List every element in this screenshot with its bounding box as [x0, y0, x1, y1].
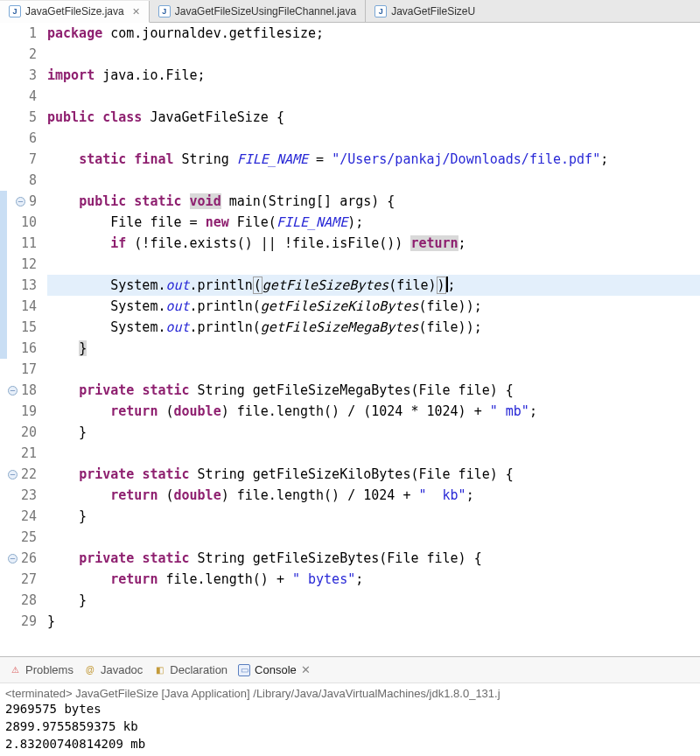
tab-label: Problems — [25, 663, 74, 676]
tab-label: Declaration — [170, 663, 228, 676]
tab-console[interactable]: ▭ Console ✕ — [238, 663, 311, 676]
tab-file-1[interactable]: J JavaGetFileSize.java ✕ — [0, 1, 150, 23]
console-output[interactable]: <terminated> JavaGetFileSize [Java Appli… — [0, 683, 700, 756]
close-icon[interactable]: ✕ — [301, 663, 311, 676]
warning-icon: ⚠ — [9, 664, 21, 676]
console-line: 2899.9755859375 kb — [5, 718, 695, 735]
line-gutter: 12345678–91011121314151617–18192021–2223… — [0, 23, 42, 656]
console-line: 2.83200740814209 mb — [5, 735, 695, 752]
tab-file-2[interactable]: J JavaGetFileSizeUsingFileChannel.java — [150, 0, 366, 22]
java-file-icon: J — [374, 5, 387, 18]
close-icon[interactable]: ✕ — [132, 6, 140, 18]
fold-toggle-icon[interactable]: – — [8, 386, 18, 396]
fold-toggle-icon[interactable]: – — [16, 197, 25, 206]
tab-label: JavaGetFileSize.java — [25, 5, 124, 18]
editor-tabbar: J JavaGetFileSize.java ✕ J JavaGetFileSi… — [0, 0, 700, 23]
tab-label: JavaGetFileSizeUsingFileChannel.java — [175, 5, 356, 18]
java-file-icon: J — [9, 5, 21, 18]
tab-declaration[interactable]: ◧ Declaration — [153, 663, 228, 676]
console-header: <terminated> JavaGetFileSize [Java Appli… — [5, 687, 695, 700]
console-icon: ▭ — [238, 664, 250, 676]
bottom-panel: ⚠ Problems @ Javadoc ◧ Declaration ▭ Con… — [0, 656, 700, 756]
java-file-icon: J — [158, 5, 171, 18]
fold-toggle-icon[interactable]: – — [8, 554, 18, 564]
declaration-icon: ◧ — [153, 664, 165, 676]
fold-toggle-icon[interactable]: – — [8, 470, 18, 480]
tab-label: JavaGetFileSizeU — [391, 5, 475, 18]
code-editor[interactable]: 12345678–91011121314151617–18192021–2223… — [0, 23, 700, 656]
view-tabbar: ⚠ Problems @ Javadoc ◧ Declaration ▭ Con… — [0, 657, 700, 683]
tab-javadoc[interactable]: @ Javadoc — [84, 663, 143, 676]
tab-problems[interactable]: ⚠ Problems — [9, 663, 74, 676]
code-area[interactable]: package com.journaldev.getfilesize;impor… — [42, 23, 700, 656]
console-line: 2969575 bytes — [5, 700, 695, 718]
tab-file-3[interactable]: J JavaGetFileSizeU — [366, 0, 484, 22]
tab-label: Javadoc — [101, 663, 143, 676]
tab-label: Console — [255, 663, 297, 676]
at-icon: @ — [84, 664, 96, 676]
